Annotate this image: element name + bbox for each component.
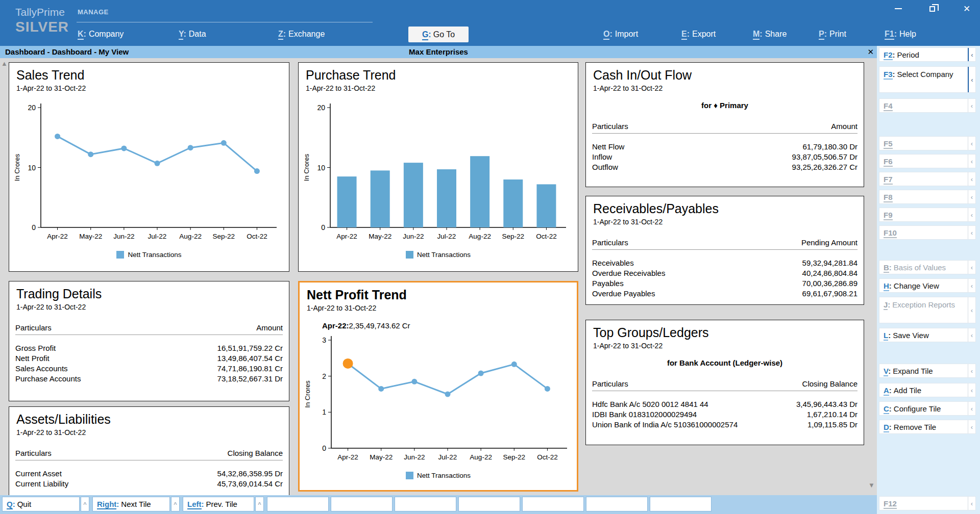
sidebar-button-save-view[interactable]: L:Save View‹ [879, 328, 976, 342]
tile-trading-details[interactable]: Trading Details 1-Apr-22 to 31-Oct-22 Pa… [9, 281, 289, 401]
menu-item-export[interactable]: E:Export [681, 30, 716, 39]
sidebar-button-add-tile[interactable]: A:Add Tile‹ [879, 383, 976, 397]
bottom-button-label: Next Tile [121, 500, 151, 508]
tile-sales-trend[interactable]: Sales Trend 1-Apr-22 to 31-Oct-22 In Cro… [9, 62, 289, 272]
sidebar-button-f2-period[interactable]: F2:Period‹ [879, 47, 976, 62]
svg-text:1: 1 [322, 408, 326, 416]
chevron-left-icon: ‹ [968, 99, 975, 112]
chart-legend: Nett Transactions [299, 251, 578, 259]
bottom-empty-segment [458, 497, 520, 511]
bottom-button-next-tile[interactable]: Right:Next Tile [92, 497, 170, 511]
sidebar-button-f7: F7‹ [879, 172, 976, 186]
chevron-left-icon: ‹ [968, 297, 975, 323]
sidebar-button-remove-tile[interactable]: D:Remove Tile‹ [879, 420, 976, 434]
sidebar-button-f3-select-company[interactable]: F3:Select Company‹ [879, 66, 976, 93]
tile-title: Assets/Liabilities [16, 412, 289, 427]
minimize-button[interactable] [889, 2, 908, 15]
menu-item-label: Exchange [288, 30, 325, 38]
report-close-icon[interactable]: ✕ [867, 46, 874, 58]
table-header: Particulars Amount [15, 323, 283, 335]
restore-button[interactable] [923, 2, 941, 15]
chart-legend: Nett Transactions [9, 251, 289, 259]
tile-period: 1-Apr-22 to 31-Oct-22 [593, 342, 864, 350]
menu-item-exchange[interactable]: Z:Exchange [278, 30, 325, 39]
menu-item-print[interactable]: P:Print [819, 30, 846, 39]
col-particulars: Particulars [15, 449, 52, 457]
caret-up-icon[interactable]: ^ [255, 497, 264, 511]
table-row: Gross Profit16,51,91,759.22 Cr [15, 343, 283, 353]
chevron-left-icon: ‹ [968, 172, 975, 186]
chevron-left-icon: ‹ [968, 328, 975, 342]
manage-underline [77, 22, 373, 22]
menu-item-help[interactable]: F1:Help [885, 30, 916, 39]
col-amount: Amount [256, 323, 283, 332]
tile-nett-profit-trend[interactable]: Nett Profit Trend 1-Apr-22 to 31-Oct-22 … [298, 281, 578, 492]
tile-title: Top Groups/Ledgers [593, 325, 864, 340]
scroll-up-icon[interactable]: ▲ [1, 60, 8, 67]
tile-top-groups-ledgers[interactable]: Top Groups/Ledgers 1-Apr-22 to 31-Oct-22… [585, 320, 864, 445]
svg-text:0: 0 [32, 223, 36, 232]
bottom-empty-segment [586, 497, 648, 511]
tile-period: 1-Apr-22 to 31-Oct-22 [16, 84, 289, 92]
restore-icon [929, 6, 935, 12]
table-row: Current Liability45,73,69,014.54 Cr [15, 479, 283, 489]
menu-item-label: Export [692, 30, 716, 38]
minimize-icon [895, 8, 902, 9]
app-logo-edition: SILVER [15, 19, 69, 35]
table-row: Payables70,00,36,286.89 [592, 278, 857, 289]
table-row: Overdue Receivables40,24,86,804.84 [592, 268, 857, 278]
sidebar-button-change-view[interactable]: H:Change View‹ [879, 278, 976, 293]
table-row: Union Bank of India A/c 5103610000025741… [592, 420, 857, 430]
col-amount: Closing Balance [802, 379, 857, 388]
report-title-bar: Max Enterprises Dashboard - Dashboard - … [0, 46, 877, 58]
svg-text:Jul-22: Jul-22 [148, 233, 167, 240]
svg-text:In Crores: In Crores [304, 380, 311, 408]
bottom-shortcut-bar: Q:Quit ^ Right:Next Tile ^ Left:Prev. Ti… [0, 495, 877, 514]
col-particulars: Particulars [592, 122, 628, 131]
company-name: Max Enterprises [0, 46, 877, 58]
svg-text:May-22: May-22 [79, 233, 102, 240]
col-particulars: Particulars [592, 379, 628, 388]
tile-cash-in-out-flow[interactable]: Cash In/Out Flow 1-Apr-22 to 31-Oct-22 f… [585, 62, 864, 187]
table-row: Purchase Accounts73,18,52,667.31 Dr [15, 374, 283, 384]
sidebar-button-exception-reports: J:Exception Reports‹ [879, 297, 976, 323]
caret-up-icon[interactable]: ^ [171, 497, 180, 511]
table-row: Outflow93,25,26,326.27 Cr [592, 162, 857, 172]
table-row: Receivables59,32,94,281.84 [592, 258, 857, 268]
tile-purchase-trend[interactable]: Purchase Trend 1-Apr-22 to 31-Oct-22 In … [298, 62, 578, 272]
svg-text:In Crores: In Crores [303, 153, 310, 181]
tile-period: 1-Apr-22 to 31-Oct-22 [593, 84, 864, 92]
tile-title: Nett Profit Trend [307, 288, 577, 302]
menu-item-company[interactable]: K:Company [78, 30, 124, 39]
sidebar-button-configure-tile[interactable]: C:Configure Tile‹ [879, 401, 976, 416]
svg-text:May-22: May-22 [370, 453, 393, 461]
svg-text:Jul-22: Jul-22 [438, 453, 457, 461]
menu-item-import[interactable]: O:Import [603, 30, 638, 39]
chevron-left-icon: ‹ [968, 48, 975, 61]
svg-text:Oct-22: Oct-22 [536, 233, 557, 240]
app-logo-name: TallyPrime [15, 6, 65, 18]
table-header: Particulars Closing Balance [592, 379, 857, 391]
caret-up-icon[interactable]: ^ [81, 497, 89, 511]
menu-item-data[interactable]: Y:Data [179, 30, 206, 39]
tile-assets-liabilities[interactable]: Assets/Liabilities 1-Apr-22 to 31-Oct-22… [9, 406, 289, 508]
table-row: Overdue Payables69,61,67,908.21 [592, 289, 857, 299]
legend-swatch [406, 251, 413, 259]
menu-item-label: Help [899, 30, 916, 38]
tile-receivables-payables[interactable]: Receivables/Payables 1-Apr-22 to 31-Oct-… [585, 196, 864, 305]
legend-label: Nett Transactions [128, 251, 181, 259]
svg-text:Oct-22: Oct-22 [247, 233, 267, 240]
svg-text:Aug-22: Aug-22 [179, 233, 202, 240]
menu-item-goto[interactable]: G:Go To [408, 27, 469, 42]
bottom-empty-segment [331, 497, 393, 511]
svg-text:0: 0 [321, 223, 325, 232]
svg-text:Oct-22: Oct-22 [537, 453, 558, 461]
bottom-button-prev-tile[interactable]: Left:Prev. Tile [183, 497, 254, 511]
bottom-button-quit[interactable]: Q:Quit [2, 497, 80, 511]
scroll-down-icon[interactable]: ▼ [868, 481, 875, 489]
sidebar-button-expand-tile[interactable]: V:Expand Tile‹ [879, 364, 976, 378]
close-button[interactable]: ✕ [958, 2, 976, 15]
tooltip-month: Apr-22: [322, 321, 349, 330]
menu-item-share[interactable]: M:Share [753, 30, 787, 39]
col-amount: Closing Balance [228, 449, 283, 457]
